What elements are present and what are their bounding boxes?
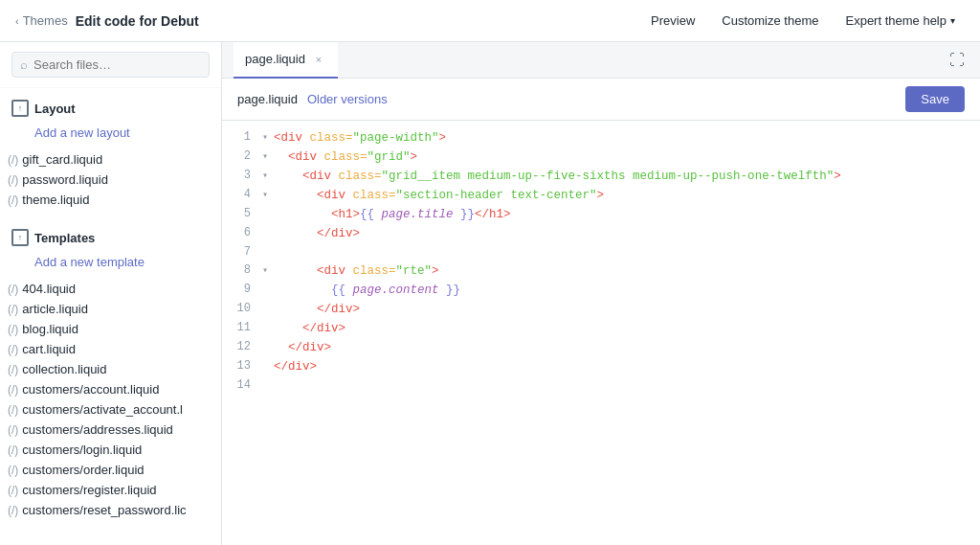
line-number: 12 (222, 338, 262, 357)
fold-arrow: ▾ (262, 148, 274, 167)
line-number: 4 (222, 186, 262, 205)
file-name: customers/login.liquid (22, 443, 142, 457)
line-content: </div> (274, 319, 980, 338)
search-input-wrap[interactable]: ⌕ (11, 52, 210, 78)
template-file-item[interactable]: (/)customers/order.liquid (0, 460, 221, 480)
layout-files-list: (/)gift_card.liquid(/)password.liquid(/)… (0, 149, 221, 210)
sidebar: ⌕ ↑ Layout Add a new layout (/)gift_card… (0, 42, 222, 545)
line-number: 1 (222, 128, 262, 148)
line-content: {{ page.content }} (274, 281, 980, 300)
line-content: <div class="page-width"> (274, 128, 980, 148)
main-layout: ⌕ ↑ Layout Add a new layout (/)gift_card… (0, 42, 980, 545)
code-line: 14 (222, 376, 980, 395)
line-number: 2 (222, 148, 262, 167)
file-name: 404.liquid (22, 282, 76, 296)
header: ‹ Themes Edit code for Debut Preview Cus… (0, 0, 980, 42)
code-line: 1 ▾ <div class="page-width"> (222, 128, 980, 148)
line-content: <div class="section-header text-center"> (274, 186, 980, 205)
preview-button[interactable]: Preview (641, 8, 704, 34)
fold-arrow (262, 319, 274, 338)
line-content: </div> (274, 357, 980, 376)
line-number: 10 (222, 300, 262, 319)
file-name: cart.liquid (22, 342, 76, 356)
line-content: </div> (274, 300, 980, 319)
code-line: 13 </div> (222, 357, 980, 376)
line-number: 11 (222, 319, 262, 338)
file-name: article.liquid (22, 302, 88, 316)
file-name: customers/activate_account.l (22, 402, 183, 417)
code-line: 10 </div> (222, 300, 980, 319)
template-files-list: (/)404.liquid(/)article.liquid(/)blog.li… (0, 279, 221, 520)
file-prefix: (/) (8, 403, 18, 417)
template-file-item[interactable]: (/)customers/activate_account.l (0, 399, 221, 420)
chevron-left-icon: ‹ (15, 15, 19, 27)
file-prefix: (/) (8, 484, 18, 497)
line-content: <div class="rte"> (274, 261, 980, 281)
fold-arrow (262, 281, 274, 300)
file-name: gift_card.liquid (22, 152, 102, 167)
file-prefix: (/) (8, 173, 18, 187)
fold-arrow: ▾ (262, 128, 274, 148)
file-name: theme.liquid (22, 193, 89, 207)
template-file-item[interactable]: (/)blog.liquid (0, 319, 221, 339)
file-prefix: (/) (8, 303, 18, 316)
add-layout-link[interactable]: Add a new layout (34, 123, 210, 146)
fold-arrow (262, 224, 274, 243)
search-box: ⌕ (0, 42, 221, 88)
template-file-item[interactable]: (/)article.liquid (0, 299, 221, 319)
tab-page-liquid[interactable]: page.liquid × (234, 42, 338, 79)
chevron-down-icon: ▾ (950, 15, 955, 26)
code-line: 4 ▾ <div class="section-header text-cent… (222, 186, 980, 205)
fold-arrow (262, 376, 274, 395)
line-number: 7 (222, 243, 262, 261)
layout-file-item[interactable]: (/)password.liquid (0, 170, 221, 190)
fullscreen-button[interactable]: ⛶ (946, 48, 969, 73)
edit-title: Edit code for Debut (76, 13, 199, 29)
file-prefix: (/) (8, 153, 18, 167)
layout-file-item[interactable]: (/)theme.liquid (0, 190, 221, 210)
line-content: <div class="grid__item medium-up--five-s… (274, 167, 980, 186)
tabs-list: page.liquid × (234, 42, 338, 79)
templates-section-title: Templates (34, 231, 95, 245)
template-file-item[interactable]: (/)customers/account.liquid (0, 379, 221, 399)
layout-icon: ↑ (11, 100, 29, 117)
line-number: 9 (222, 281, 262, 300)
line-number: 8 (222, 261, 262, 281)
layout-file-item[interactable]: (/)gift_card.liquid (0, 149, 221, 170)
template-file-item[interactable]: (/)404.liquid (0, 279, 221, 299)
template-file-item[interactable]: (/)customers/register.liquid (0, 480, 221, 500)
fold-arrow (262, 205, 274, 224)
templates-section: ↑ Templates Add a new template (0, 217, 221, 279)
file-name: customers/account.liquid (22, 382, 159, 397)
line-number: 6 (222, 224, 262, 243)
template-file-item[interactable]: (/)customers/reset_password.lic (0, 500, 221, 520)
code-editor[interactable]: 1 ▾ <div class="page-width"> 2 ▾ <div cl… (222, 121, 980, 545)
template-file-item[interactable]: (/)cart.liquid (0, 339, 221, 359)
save-button[interactable]: Save (905, 86, 965, 112)
themes-back-link[interactable]: ‹ Themes (15, 13, 68, 28)
search-input[interactable] (33, 57, 201, 72)
header-right: Preview Customize theme Expert theme hel… (641, 8, 965, 34)
template-file-item[interactable]: (/)customers/login.liquid (0, 440, 221, 460)
template-file-item[interactable]: (/)collection.liquid (0, 359, 221, 379)
customize-theme-button[interactable]: Customize theme (712, 8, 828, 34)
code-line: 9 {{ page.content }} (222, 281, 980, 300)
tab-close-button[interactable]: × (311, 52, 326, 67)
older-versions-link[interactable]: Older versions (307, 92, 388, 106)
themes-label: Themes (23, 13, 68, 28)
layout-section-title: Layout (34, 102, 76, 116)
tab-label: page.liquid (245, 52, 305, 66)
file-name: customers/register.liquid (22, 483, 156, 497)
expert-theme-help-button[interactable]: Expert theme help ▾ (835, 8, 965, 34)
file-prefix: (/) (8, 423, 18, 437)
search-icon: ⌕ (20, 57, 28, 72)
file-bar: page.liquid Older versions Save (222, 79, 980, 121)
code-line: 5 <h1>{{ page.title }}</h1> (222, 205, 980, 224)
template-file-item[interactable]: (/)customers/addresses.liquid (0, 420, 221, 440)
layout-section-header: ↑ Layout (11, 100, 210, 117)
fold-arrow (262, 338, 274, 357)
code-line: 2 ▾ <div class="grid"> (222, 148, 980, 167)
add-template-link[interactable]: Add a new template (34, 252, 210, 275)
line-number: 5 (222, 205, 262, 224)
file-bar-left: page.liquid Older versions (237, 92, 388, 106)
